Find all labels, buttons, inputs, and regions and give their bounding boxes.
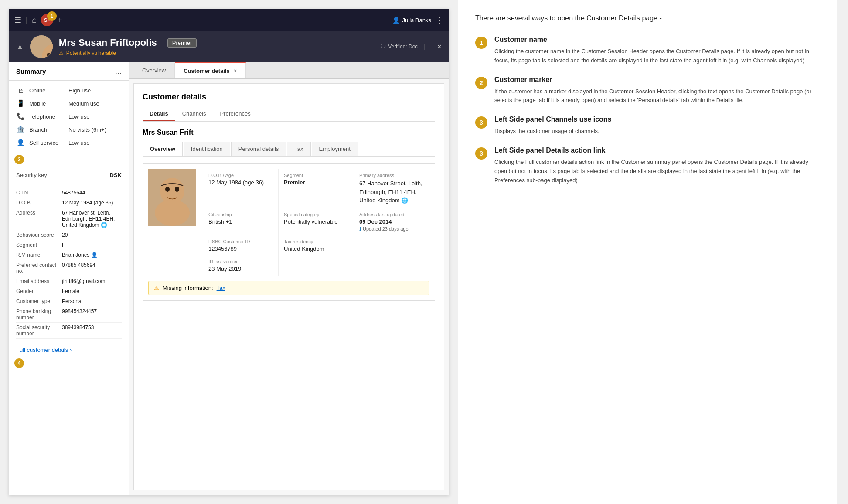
dob-cell: D.O.B / Age 12 May 1984 (age 36) [203, 169, 279, 208]
top-bar: ☰ | ⌂ SF 1 + 👤 Julia Banks ⋮ [9, 9, 449, 31]
channel-usage-selfservice: Low use [68, 140, 89, 146]
customer-header: ▲ Mrs Susan Friftopolis Premier ⚠ Potent… [9, 31, 449, 62]
security-key-label: Security key [16, 172, 47, 178]
exp-text-3: Displays the customer usage of channels. [494, 127, 612, 136]
telephone-icon: 📞 [16, 112, 25, 120]
channel-item-telephone[interactable]: 📞 Telephone Low use [9, 110, 129, 123]
detail-row-behaviour: Behaviour score 20 [16, 230, 122, 240]
main-area: Summary ... 🖥 Online High use 📱 Mobile M… [9, 62, 449, 495]
customer-photo [148, 169, 196, 226]
exp-content-4: Left Side panel Details action link Clic… [494, 146, 820, 185]
overview-tabs: Overview Identification Personal details… [143, 142, 435, 157]
annotation-4-area: 4 [9, 358, 129, 369]
customer-name[interactable]: Mrs Susan Friftopolis [59, 37, 157, 48]
channel-usage-mobile: Medium use [68, 100, 99, 107]
customer-marker[interactable]: ⚠ Potentially vulnerable [59, 50, 375, 56]
svg-point-9 [175, 187, 179, 192]
overview-tab-overview[interactable]: Overview [143, 142, 183, 156]
customer-details-content: Customer details Details Channels Prefer… [133, 83, 444, 490]
close-button[interactable]: × [437, 42, 442, 51]
channel-name-selfservice: Self service [29, 140, 64, 146]
citizenship-cell: Citizenship British +1 [203, 208, 279, 235]
exp-text-1: Clicking the customer name in the Custom… [494, 47, 820, 65]
warning-marker-icon: ⚠ [59, 50, 64, 56]
shield-icon: 🛡 [381, 44, 386, 50]
overview-tab-personal[interactable]: Personal details [231, 142, 286, 156]
sub-tab-channels[interactable]: Channels [175, 107, 213, 121]
agent-initials-badge[interactable]: SF 1 [41, 14, 53, 26]
annotation-3-area: 3 [9, 153, 129, 166]
hamburger-icon[interactable]: ☰ [14, 15, 21, 25]
warning-tax-link[interactable]: Tax [217, 285, 225, 291]
exp-content-1: Customer name Clicking the customer name… [494, 36, 820, 65]
warning-row: ⚠ Missing information: Tax [148, 281, 429, 295]
tab-close-icon[interactable]: × [234, 68, 237, 74]
hsbc-id-cell: HSBC Customer ID 123456789 [203, 235, 279, 255]
overview-tab-employment[interactable]: Employment [312, 142, 358, 156]
explanation-item-3: 3 Left Side panel Channels use icons Dis… [475, 116, 820, 136]
segment-badge: Premier [167, 38, 197, 48]
more-icon[interactable]: ⋮ [436, 15, 443, 25]
detail-row-ssn: Social security number 38943984753 [16, 323, 122, 339]
sidebar-more-icon[interactable]: ... [115, 67, 122, 76]
detail-row-phone: Preferred contact no. 07885 485694 [16, 260, 122, 276]
info-fields-grid: D.O.B / Age 12 May 1984 (age 36) Segment… [203, 169, 429, 276]
agent-name: Julia Banks [402, 17, 431, 24]
branch-icon: 🏦 [16, 126, 25, 133]
sub-tab-preferences[interactable]: Preferences [213, 107, 258, 121]
exp-badge-1: 1 [475, 37, 487, 49]
exp-text-4: Clicking the Full customer details actio… [494, 158, 820, 185]
segment-cell: Segment Premier [279, 169, 354, 208]
explanation-panel: There are several ways to open the Custo… [458, 0, 837, 504]
explanation-item-4: 3 Left Side panel Details action link Cl… [475, 146, 820, 185]
sidebar-header: Summary ... [9, 62, 129, 81]
exp-content-2: Customer marker If the customer has a ma… [494, 76, 820, 106]
tabs-bar: Overview Customer details × [129, 62, 449, 79]
detail-row-segment: Segment H [16, 240, 122, 250]
full-details-link[interactable]: Full customer details › [9, 342, 129, 358]
channel-item-selfservice[interactable]: 👤 Self service Low use [9, 136, 129, 149]
overview-tab-tax[interactable]: Tax [287, 142, 310, 156]
svg-point-7 [155, 200, 190, 226]
channel-name-branch: Branch [29, 126, 64, 133]
tax-residency-cell: Tax residency United Kingdom [279, 235, 354, 255]
address-updated-note: ℹ Updated 23 days ago [359, 226, 424, 232]
sub-tab-details[interactable]: Details [143, 107, 175, 121]
badge-number: 1 [47, 11, 57, 21]
channel-usage-telephone: Low use [68, 113, 89, 120]
detail-row-dob: D.O.B 12 May 1984 (age 36) [16, 198, 122, 208]
empty-cell [354, 235, 429, 255]
tab-overview[interactable]: Overview [133, 63, 175, 78]
online-icon: 🖥 [16, 87, 25, 94]
exp-title-2: Customer marker [494, 76, 820, 84]
add-icon[interactable]: + [58, 16, 62, 25]
cd-title: Customer details [143, 92, 435, 102]
home-icon[interactable]: ⌂ [32, 16, 37, 25]
exp-title-4: Left Side panel Details action link [494, 146, 820, 154]
detail-row-rm: R.M name Brian Jones 👤 [16, 250, 122, 260]
channel-usage-online: High use [68, 87, 91, 94]
tab-customer-details[interactable]: Customer details × [175, 62, 246, 78]
annotation-badge-4: 4 [14, 358, 24, 368]
empty-cell2 [279, 255, 354, 276]
address-updated-cell: Address last updated 09 Dec 2014 ℹ Updat… [354, 208, 429, 235]
exp-title-1: Customer name [494, 36, 820, 44]
collapse-icon[interactable]: ▲ [16, 42, 24, 51]
explanation-item-2: 2 Customer marker If the customer has a … [475, 76, 820, 106]
customer-name-block: Mrs Susan Friftopolis Premier ⚠ Potentia… [59, 37, 375, 56]
channel-item-online[interactable]: 🖥 Online High use [9, 84, 129, 97]
special-cat-cell: Special category Potentially vulnerable [279, 208, 354, 235]
exp-text-2: If the customer has a marker displayed i… [494, 87, 820, 106]
sub-tabs: Details Channels Preferences [143, 107, 435, 122]
svg-point-8 [165, 187, 170, 192]
detail-row-phonebank: Phone banking number 998454324457 [16, 306, 122, 323]
detail-row-email: Email address jfrift86@gmail.com [16, 276, 122, 286]
explanation-item-1: 1 Customer name Clicking the customer na… [475, 36, 820, 65]
exp-badge-3a: 3 [475, 116, 487, 129]
channel-item-mobile[interactable]: 📱 Mobile Medium use [9, 97, 129, 110]
channel-item-branch[interactable]: 🏦 Branch No visits (6m+) [9, 123, 129, 136]
cd-customer-name: Mrs Susan Frift [143, 129, 435, 136]
verified-badge: 🛡 Verified: Doc [381, 44, 418, 50]
overview-tab-identification[interactable]: Identification [184, 142, 230, 156]
security-section: Security key DSK [9, 166, 129, 184]
